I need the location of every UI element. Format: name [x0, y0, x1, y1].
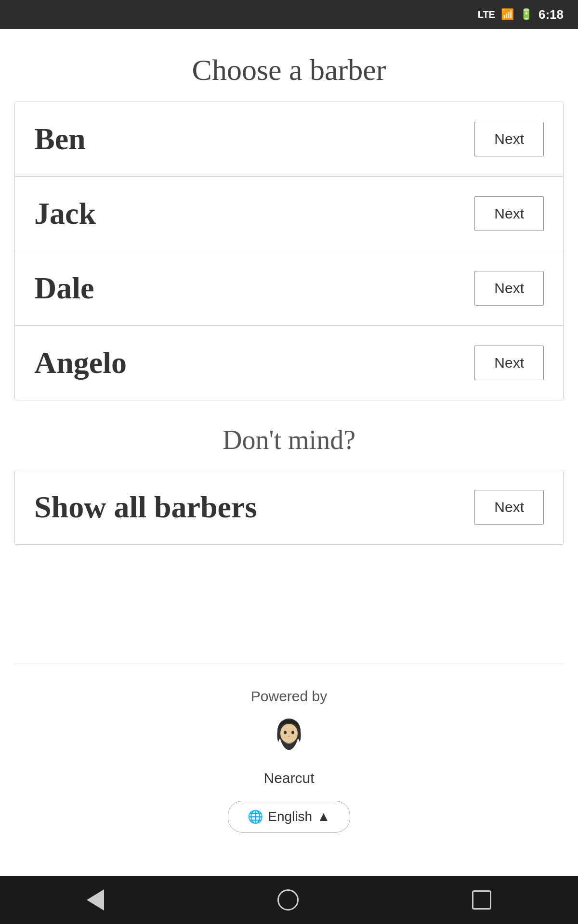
barber-name-dale: Dale: [34, 270, 94, 306]
barber-item-angelo: Angelo Next: [15, 326, 563, 400]
svg-point-4: [288, 736, 290, 737]
barber-name-ben: Ben: [34, 121, 86, 157]
battery-icon: 🔋: [520, 8, 533, 21]
language-selector-button[interactable]: 🌐 English ▲: [228, 801, 350, 833]
language-label: English: [268, 809, 312, 824]
signal-icon: 📶: [501, 8, 514, 21]
svg-point-1: [280, 724, 298, 743]
nearcut-brand-name: Nearcut: [263, 770, 314, 786]
main-content: Choose a barber Ben Next Jack Next Dale …: [0, 29, 578, 876]
nearcut-logo-icon: [265, 714, 313, 762]
barber-list: Ben Next Jack Next Dale Next Angelo Next: [14, 102, 564, 400]
next-button-jack[interactable]: Next: [474, 196, 544, 231]
status-time: 6:18: [539, 7, 564, 22]
next-button-show-all[interactable]: Next: [474, 490, 544, 525]
barber-item-ben: Ben Next: [15, 102, 563, 177]
back-button-icon[interactable]: [87, 889, 104, 911]
next-button-dale[interactable]: Next: [474, 271, 544, 306]
nav-bar: [0, 876, 578, 924]
page-title: Choose a barber: [14, 29, 564, 102]
next-button-angelo[interactable]: Next: [474, 346, 544, 380]
powered-by-text: Powered by: [251, 688, 327, 705]
svg-point-3: [291, 731, 294, 734]
show-all-label: Show all barbers: [34, 489, 257, 525]
dont-mind-title: Don't mind?: [14, 400, 564, 470]
recents-button-icon[interactable]: [472, 890, 491, 910]
spacer: [14, 545, 564, 625]
dropdown-arrow-icon: ▲: [317, 809, 330, 824]
next-button-ben[interactable]: Next: [474, 122, 544, 156]
status-icons: LTE 📶 🔋 6:18: [478, 7, 564, 22]
barber-name-jack: Jack: [34, 196, 96, 231]
show-all-barbers-container: Show all barbers Next: [14, 470, 564, 545]
svg-point-2: [284, 731, 287, 734]
barber-item-dale: Dale Next: [15, 251, 563, 326]
status-bar: LTE 📶 🔋 6:18: [0, 0, 578, 29]
globe-icon: 🌐: [248, 809, 263, 824]
show-all-item: Show all barbers Next: [15, 470, 563, 544]
barber-name-angelo: Angelo: [34, 345, 127, 381]
footer: Powered by Nearcut 🌐 English ▲: [14, 664, 564, 857]
home-button-icon[interactable]: [277, 889, 299, 911]
lte-icon: LTE: [478, 9, 495, 20]
barber-item-jack: Jack Next: [15, 177, 563, 251]
